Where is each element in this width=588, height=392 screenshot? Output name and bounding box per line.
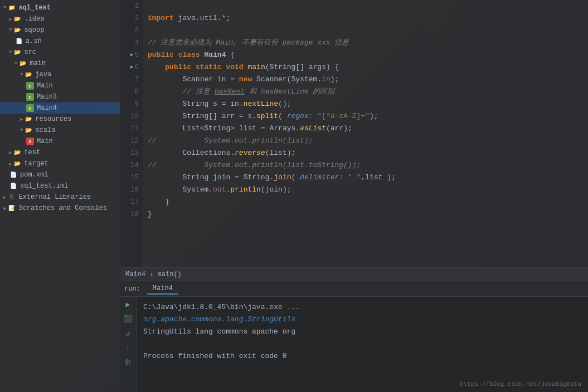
- sidebar: ▼ 📁 sql_test ▶ 📂 .idea ▼ 📂 sqoop 📄 a.sh …: [0, 0, 120, 392]
- sidebar-item-idea[interactable]: ▶ 📂 .idea: [0, 13, 120, 24]
- comment-line12: //: [148, 135, 204, 147]
- extlib-icon: 🗄: [7, 193, 16, 202]
- sidebar-label-extlib: External Libraries: [18, 193, 91, 201]
- src-folder-icon: 📂: [13, 48, 22, 57]
- console-line-1: C:\Java\jdk1.8.0_45\bin\java.exe ...: [143, 301, 581, 313]
- code-line-11: List < String > list = Arrays . asList (…: [148, 122, 584, 135]
- folder-orange-icon: 📂: [13, 26, 22, 35]
- line-num-14: 14: [131, 159, 139, 171]
- sidebar-label-Main3: Main3: [37, 93, 57, 101]
- run-tabs: run: Main4: [120, 281, 588, 297]
- run-tab-main4[interactable]: Main4: [147, 283, 178, 295]
- str-space: " ": [348, 171, 361, 184]
- sidebar-item-src[interactable]: ▼ 📂 src: [0, 47, 120, 58]
- code-lines[interactable]: import java.util.*; // 注意类名必须为 Main, 不要有…: [143, 0, 588, 267]
- line-num-18: 18: [131, 208, 139, 220]
- fn-join: join: [274, 171, 291, 184]
- kw-public-5: public: [148, 49, 174, 61]
- sidebar-label-java: java: [35, 71, 51, 79]
- console-link[interactable]: org.apache.commons.lang.StringUtils: [143, 315, 295, 324]
- arrow-down-icon3: ▼: [9, 50, 12, 55]
- hasnext-ref: hasNext: [215, 86, 245, 98]
- type-collections: Collections: [182, 147, 230, 159]
- line-num-9: 9: [135, 98, 139, 110]
- sidebar-item-scala[interactable]: ▼ 📂 scala: [0, 125, 120, 136]
- arrow-right-icon: ▶: [9, 16, 12, 22]
- sidebar-label-main: main: [30, 60, 46, 67]
- project-icon: 📁: [7, 3, 16, 12]
- type-list: List: [182, 122, 200, 135]
- sidebar-item-scratches[interactable]: ▶ 📝 Scratches and Consoles: [0, 203, 120, 214]
- console-output: C:\Java\jdk1.8.0_45\bin\java.exe ... org…: [137, 297, 588, 392]
- code-container[interactable]: 1 2 3 4 ▶ 5 ▶ 6 7 8 9 10 11 12 13 14: [120, 0, 588, 267]
- sidebar-item-MainScala[interactable]: S Main: [0, 136, 120, 147]
- editor-area: 1 2 3 4 ▶ 5 ▶ 6 7 8 9 10 11 12 13 14: [120, 0, 588, 392]
- console-line-3: StringUtils lang commons apache org: [143, 326, 581, 338]
- code-line-12: // System.out.println(list);: [148, 135, 584, 147]
- code-line-16: System . out . println (join);: [148, 184, 584, 196]
- sidebar-item-resources[interactable]: ▶ 📂 resources: [0, 114, 120, 125]
- sidebar-item-target[interactable]: ▶ 📂 target: [0, 158, 120, 169]
- scala-class-icon: S: [26, 137, 35, 146]
- param-delimiter: delimiter:: [300, 171, 343, 184]
- line-num-11: 11: [131, 122, 139, 135]
- sidebar-item-iml[interactable]: 📄 sql_test.iml: [0, 180, 120, 192]
- code-line-4: // 注意类名必须为 Main, 不要有任何 package xxx 信息: [148, 37, 584, 49]
- sidebar-item-test[interactable]: ▶ 📂 test: [0, 147, 120, 158]
- sidebar-item-main[interactable]: ▼ 📂 main: [0, 58, 120, 69]
- type-string-join: String: [182, 171, 208, 184]
- sidebar-item-Main[interactable]: C Main: [0, 80, 120, 91]
- sidebar-item-ash[interactable]: 📄 a.sh: [0, 36, 120, 47]
- field-in: in: [322, 74, 331, 86]
- code-line-14: // System.out.println(list.toString());: [148, 159, 584, 171]
- sidebar-item-java[interactable]: ▼ 📂 java: [0, 69, 120, 80]
- sidebar-item-sqoop[interactable]: ▼ 📂 sqoop: [0, 24, 120, 36]
- run-indicator-5: ▶: [130, 49, 134, 61]
- console-run-btn[interactable]: ▶: [123, 299, 134, 310]
- code-line-17: }: [148, 196, 584, 208]
- fn-aslist: asList: [300, 122, 326, 135]
- sidebar-item-sql_test[interactable]: ▼ 📁 sql_test: [0, 2, 120, 13]
- code-line-3: [148, 24, 584, 37]
- console-rerun-btn[interactable]: ↺: [123, 328, 134, 339]
- sidebar-label-iml: sql_test.iml: [20, 182, 68, 190]
- line-num-13: 13: [131, 147, 139, 159]
- line-num-7: 7: [135, 74, 139, 86]
- console-area: ▶ ⬛ ↺ ↓ 🗑 C:\Java\jdk1.8.0_45\bin\java.e…: [120, 297, 588, 392]
- java-folder-icon: 📂: [24, 70, 33, 79]
- sidebar-label-MainScala: Main: [37, 138, 53, 145]
- console-clear-btn[interactable]: 🗑: [123, 357, 134, 368]
- sidebar-item-extlib[interactable]: ▶ 🗄 External Libraries: [0, 192, 120, 203]
- sidebar-label-scratches: Scratches and Consoles: [18, 204, 106, 212]
- arrow-down-icon2: ▼: [9, 27, 12, 33]
- console-scroll-btn[interactable]: ↓: [123, 342, 134, 354]
- type-string-s: String: [182, 98, 208, 110]
- sidebar-item-pomxml[interactable]: 📄 pom.xml: [0, 169, 120, 180]
- line-num-3: 3: [135, 24, 139, 37]
- kw-class: class: [178, 49, 200, 61]
- test-folder-icon: 📂: [13, 148, 22, 157]
- sidebar-label-idea: .idea: [24, 15, 44, 23]
- line-num-2: 2: [135, 12, 139, 24]
- sidebar-item-Main3[interactable]: C Main3: [0, 91, 120, 102]
- sidebar-item-Main4[interactable]: C Main4: [0, 102, 120, 114]
- console-stop-btn[interactable]: ⬛: [123, 313, 134, 325]
- line-num-1: 1: [135, 0, 139, 12]
- code-line-1: [148, 0, 584, 12]
- sidebar-label-resources: resources: [35, 115, 71, 123]
- breadcrumb-bar: Main4 › main(): [120, 267, 588, 281]
- type-string-arr: String: [270, 61, 296, 74]
- java-class-icon-main4: C: [26, 104, 35, 112]
- kw-import: import: [148, 12, 174, 24]
- str-regex: "[^a-zA-Z]+": [317, 110, 370, 122]
- target-folder-icon: 📂: [13, 159, 22, 168]
- arrow-icon-res: ▶: [20, 116, 23, 122]
- comment-line14: //: [148, 159, 204, 171]
- sidebar-label-Main4: Main4: [37, 104, 57, 112]
- arrow-icon-extlib: ▶: [3, 194, 6, 200]
- code-line-15: String join = String . join ( delimiter:…: [148, 171, 584, 184]
- breadcrumb-main4: Main4 › main(): [125, 271, 182, 278]
- param-regex: regex:: [287, 110, 313, 122]
- line-numbers: 1 2 3 4 ▶ 5 ▶ 6 7 8 9 10 11 12 13 14: [120, 0, 143, 267]
- sidebar-label-sqoop: sqoop: [24, 26, 44, 34]
